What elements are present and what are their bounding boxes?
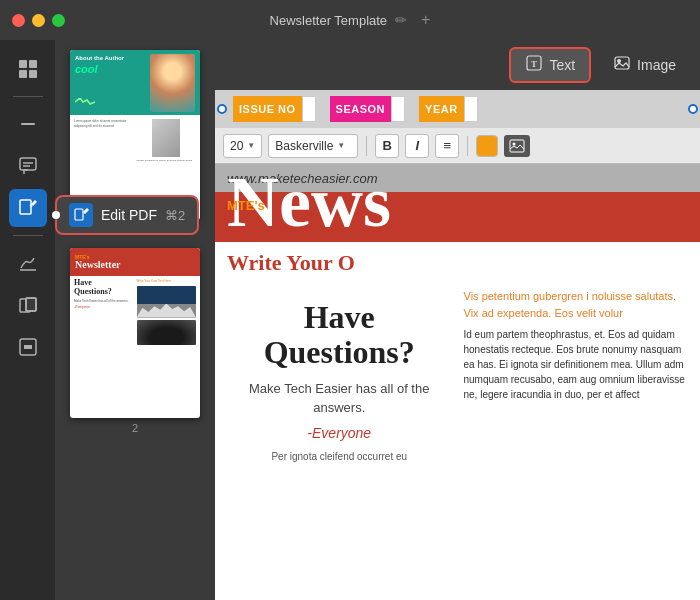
font-size-value: 20	[230, 139, 243, 153]
sidebar-divider-2	[13, 235, 43, 236]
issue-no-value[interactable]	[302, 96, 316, 122]
season-pink: SEASON	[330, 96, 391, 122]
close-button[interactable]	[12, 14, 25, 27]
edit-pdf-popup[interactable]: Edit PDF ⌘2	[55, 195, 199, 235]
selection-handle-right[interactable]	[688, 104, 698, 114]
svg-rect-4	[21, 123, 35, 125]
season-value[interactable]	[391, 96, 405, 122]
italic-button[interactable]: I	[405, 134, 429, 158]
issue-no-label: ISSUE NO	[239, 103, 296, 115]
main-layout: Edit PDF ⌘2 About the Author cool	[0, 40, 700, 600]
image-tool-button[interactable]: Image	[599, 47, 690, 83]
content-toolbar: T Text Image	[215, 40, 700, 90]
body-paragraph-text: Id eum partem theophrastus, et. Eos ad q…	[464, 327, 689, 402]
orange-body-text: Vis petentium gubergren i noluisse salut…	[464, 288, 689, 321]
color-swatch[interactable]	[476, 135, 498, 157]
sidebar-item-edit-pdf[interactable]	[9, 189, 47, 227]
red-header-bar: MTE's News	[215, 192, 700, 242]
issue-no-block: ISSUE NO	[233, 96, 316, 122]
svg-rect-2	[19, 70, 27, 78]
svg-rect-8	[20, 200, 31, 214]
window-title-area: Newsletter Template ✏ +	[270, 11, 431, 29]
sidebar-item-redact[interactable]	[9, 328, 47, 366]
format-divider-2	[467, 136, 468, 156]
align-button[interactable]: ≡	[435, 134, 459, 158]
window-title: Newsletter Template	[270, 13, 388, 28]
svg-rect-19	[615, 57, 629, 69]
thumbnail-image-2: MTE's Newsletter HaveQuestions? Make Tec…	[70, 248, 200, 418]
sidebar-divider-1	[13, 96, 43, 97]
svg-rect-5	[20, 158, 36, 170]
svg-rect-0	[19, 60, 27, 68]
thumbnail-item-2[interactable]: MTE's Newsletter HaveQuestions? Make Tec…	[63, 248, 207, 434]
sidebar-icons: Edit PDF ⌘2	[0, 40, 55, 600]
text-tool-button[interactable]: T Text	[509, 47, 591, 83]
minimize-button[interactable]	[32, 14, 45, 27]
write-title: Write Your O	[227, 250, 355, 275]
edit-pdf-popup-icon	[69, 203, 93, 227]
font-family-value: Baskerville	[275, 139, 333, 153]
font-family-select[interactable]: Baskerville ▼	[268, 134, 358, 158]
mte-label: MTE's	[227, 198, 265, 213]
selection-handle-left[interactable]	[217, 104, 227, 114]
everyone-text: -Everyone	[227, 425, 452, 441]
left-column: Have Questions? Make Tech Easier has all…	[227, 280, 452, 464]
edit-pdf-shortcut: ⌘2	[165, 208, 185, 223]
year-label: YEAR	[425, 103, 458, 115]
format-bar: 20 ▼ Baskerville ▼ B I ≡	[215, 128, 700, 164]
font-size-arrow: ▼	[247, 141, 255, 150]
issue-no-orange: ISSUE NO	[233, 96, 302, 122]
body-section: Have Questions? Make Tech Easier has all…	[215, 280, 700, 464]
edit-pdf-label: Edit PDF	[101, 207, 157, 223]
sidebar-item-pages[interactable]	[9, 286, 47, 324]
traffic-lights	[12, 14, 65, 27]
svg-point-22	[513, 142, 516, 145]
new-tab-icon[interactable]: +	[421, 11, 430, 29]
newsletter-page: www.maketecheasier.com MTE's News Write …	[215, 164, 700, 600]
thumbnail-panel: About the Author cool Lorem ipsum dolor …	[55, 40, 215, 600]
write-section: Write Your O	[215, 242, 700, 280]
issue-bar: ISSUE NO SEASON YEAR	[215, 90, 700, 128]
right-column: Vis petentium gubergren i noluisse salut…	[464, 280, 689, 464]
svg-rect-12	[26, 298, 36, 311]
sidebar-item-thumbnails[interactable]	[9, 50, 47, 88]
page-number-2: 2	[132, 422, 138, 434]
season-label: SEASON	[336, 103, 385, 115]
svg-rect-21	[510, 140, 524, 152]
sidebar-item-minus[interactable]	[9, 105, 47, 143]
svg-rect-15	[24, 345, 32, 349]
title-bar: Newsletter Template ✏ +	[0, 0, 700, 40]
content-area: T Text Image	[215, 40, 700, 600]
image-tool-icon	[613, 54, 631, 76]
format-image-icon[interactable]	[504, 135, 530, 157]
font-family-arrow: ▼	[337, 141, 345, 150]
year-orange: YEAR	[419, 96, 464, 122]
fullscreen-button[interactable]	[52, 14, 65, 27]
edit-pdf-dot	[52, 211, 60, 219]
sidebar-item-annotations[interactable]	[9, 147, 47, 185]
format-divider-1	[366, 136, 367, 156]
image-tool-label: Image	[637, 57, 676, 73]
font-size-select[interactable]: 20 ▼	[223, 134, 262, 158]
have-questions-text: Have Questions?	[227, 280, 452, 380]
year-value[interactable]	[464, 96, 478, 122]
svg-rect-1	[29, 60, 37, 68]
doc-wrapper: www.maketecheasier.com MTE's News Write …	[215, 164, 700, 600]
year-block: YEAR	[419, 96, 478, 122]
text-tool-icon: T	[525, 54, 543, 76]
per-ignota-text: Per ignota cleifend occurret eu	[227, 449, 452, 464]
sidebar-item-sign[interactable]	[9, 244, 47, 282]
svg-text:T: T	[531, 59, 537, 69]
make-tech-text: Make Tech Easier has all of the answers.	[227, 380, 452, 416]
edit-title-icon[interactable]: ✏	[395, 12, 407, 28]
bold-button[interactable]: B	[375, 134, 399, 158]
svg-rect-3	[29, 70, 37, 78]
text-tool-label: Text	[549, 57, 575, 73]
season-block: SEASON	[330, 96, 405, 122]
svg-rect-16	[75, 209, 83, 220]
